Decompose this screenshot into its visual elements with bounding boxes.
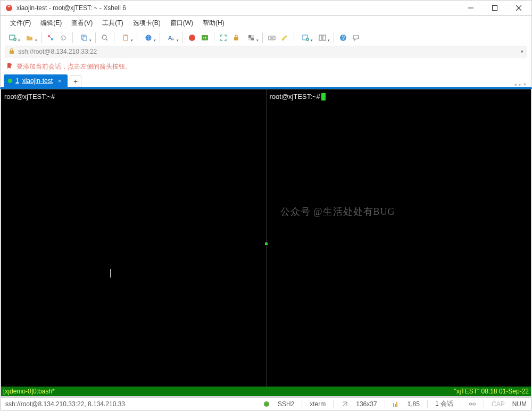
highlighter-button[interactable] xyxy=(279,32,290,44)
tmux-status-bar: [xjdemo-0]0:bash* "xjTEST" 08:18 01-Sep-… xyxy=(1,387,531,396)
status-separator xyxy=(427,400,428,408)
svg-rect-2 xyxy=(492,6,497,11)
svg-rect-44 xyxy=(10,51,14,54)
status-size: 136x37 xyxy=(356,400,377,408)
svg-rect-24 xyxy=(202,35,208,40)
svg-point-14 xyxy=(102,35,106,39)
tab-scroll-right-icon[interactable]: ▸ xyxy=(519,81,521,87)
tab-scroll-controls: ◂ ▸ ▾ xyxy=(514,81,528,87)
terminal-prompt-left: root@xjTEST:~# xyxy=(4,93,55,100)
status-sessions: 1 会话 xyxy=(435,399,453,408)
tile-button[interactable]: ▾ xyxy=(314,32,330,44)
tip-bar: 要添加当前会话，点击左侧的箭头按钮。 xyxy=(0,60,532,73)
new-session-button[interactable]: ▾ xyxy=(5,32,21,44)
menubar: 文件(F) 编辑(E) 查看(V) 工具(T) 选项卡(B) 窗口(W) 帮助(… xyxy=(0,16,532,30)
toolbar-separator xyxy=(294,32,294,43)
svg-rect-41 xyxy=(323,35,326,40)
svg-line-15 xyxy=(106,39,107,40)
app-icon xyxy=(5,4,13,12)
status-separator xyxy=(461,400,461,408)
find-button[interactable] xyxy=(99,32,111,44)
tmux-status-left: [xjdemo-0]0:bash* xyxy=(3,388,55,395)
lock-icon xyxy=(9,48,15,56)
svg-point-32 xyxy=(271,37,271,38)
toolbar-separator xyxy=(214,32,214,43)
connection-indicator-icon xyxy=(8,79,12,83)
maximize-button[interactable] xyxy=(483,1,506,15)
xshell-icon-button[interactable] xyxy=(186,32,198,44)
toolbar: ▾ ▾ ▾ ▾ ▾ AA▾ ▾ ▾ ▾ ? xyxy=(0,30,532,46)
tab-scroll-left-icon[interactable]: ◂ xyxy=(514,81,517,87)
globe-button[interactable]: ▾ xyxy=(140,32,156,44)
svg-line-11 xyxy=(49,37,52,39)
menu-file[interactable]: 文件(F) xyxy=(6,17,35,29)
svg-point-23 xyxy=(189,35,195,41)
toolbar-separator xyxy=(334,32,334,43)
address-bar: ssh://root@8.134.210.33:22 ▾ xyxy=(0,46,532,60)
toolbar-separator xyxy=(41,32,41,43)
status-separator xyxy=(302,400,302,408)
tab-menu-icon[interactable]: ▾ xyxy=(523,81,526,87)
chat-button[interactable] xyxy=(350,32,362,44)
link-icon xyxy=(469,400,476,408)
status-separator xyxy=(333,400,334,408)
menu-window[interactable]: 窗口(W) xyxy=(166,17,197,29)
bookmark-icon[interactable] xyxy=(6,62,13,71)
menu-help[interactable]: 帮助(H) xyxy=(198,17,229,29)
lock-button[interactable] xyxy=(230,32,242,44)
menu-tools[interactable]: 工具(T) xyxy=(98,17,127,29)
open-session-button[interactable]: ▾ xyxy=(22,32,38,44)
toolbar-separator xyxy=(160,32,160,43)
keyboard-button[interactable] xyxy=(266,32,278,44)
svg-text:?: ? xyxy=(342,35,345,41)
menu-tabs[interactable]: 选项卡(B) xyxy=(129,17,165,29)
cursor-block-icon xyxy=(321,93,326,100)
font-button[interactable]: AA▾ xyxy=(163,32,179,44)
position-icon xyxy=(393,400,400,408)
svg-rect-29 xyxy=(269,36,275,40)
help-button[interactable]: ? xyxy=(337,32,349,44)
svg-point-34 xyxy=(273,37,273,38)
tmux-status-right: "xjTEST" 08:18 01-Sep-22 xyxy=(454,388,529,395)
copy-button[interactable]: ▾ xyxy=(76,32,92,44)
svg-rect-17 xyxy=(124,35,127,36)
menu-edit[interactable]: 编辑(E) xyxy=(36,17,66,29)
size-icon xyxy=(341,400,348,408)
pane-divider-indicator[interactable] xyxy=(265,242,268,245)
tab-close-button[interactable]: × xyxy=(56,77,63,85)
svg-rect-13 xyxy=(83,36,87,40)
xftp-button[interactable] xyxy=(199,32,211,44)
svg-rect-16 xyxy=(123,35,128,40)
session-tab[interactable]: 1 xiaojin-test × xyxy=(4,74,68,87)
address-input[interactable]: ssh://root@8.134.210.33:22 ▾ xyxy=(5,46,527,57)
paste-button[interactable]: ▾ xyxy=(118,32,134,44)
watermark-text: 公众号 @生活处处有BUG xyxy=(280,205,395,218)
new-window-button[interactable]: ▾ xyxy=(297,32,313,44)
menu-view[interactable]: 查看(V) xyxy=(67,17,97,29)
toolbar-separator xyxy=(72,32,73,43)
fullscreen-button[interactable] xyxy=(218,32,229,44)
tab-label: xiaojin-test xyxy=(22,77,53,85)
address-dropdown-icon[interactable]: ▾ xyxy=(521,49,523,54)
toolbar-separator xyxy=(137,32,137,43)
add-tab-button[interactable]: + xyxy=(70,76,81,87)
terminal-pane-left[interactable]: root@xjTEST:~# xyxy=(1,89,267,396)
disconnect-button[interactable] xyxy=(45,32,56,44)
status-connection: ssh://root@8.134.210.33:22, 8.134.210.33 xyxy=(5,400,125,408)
reconnect-button[interactable] xyxy=(57,32,69,44)
svg-rect-28 xyxy=(251,38,254,40)
transparency-button[interactable]: ▾ xyxy=(243,32,259,44)
toolbar-separator xyxy=(95,32,96,43)
close-button[interactable] xyxy=(506,1,530,15)
tab-strip: 1 xiaojin-test × + ◂ ▸ ▾ xyxy=(0,73,532,89)
status-position: 1,85 xyxy=(408,400,420,408)
status-separator xyxy=(484,400,484,408)
toolbar-separator xyxy=(114,32,114,43)
svg-text:A: A xyxy=(171,37,174,41)
status-termtype: xterm xyxy=(310,400,326,408)
terminal-area: root@xjTEST:~# root@xjTEST:~# 公众号 @生活处处有… xyxy=(1,89,531,397)
svg-rect-25 xyxy=(234,37,238,40)
status-bar: ssh://root@8.134.210.33:22, 8.134.210.33… xyxy=(1,397,531,410)
terminal-pane-right[interactable]: root@xjTEST:~# 公众号 @生活处处有BUG xyxy=(267,89,531,396)
minimize-button[interactable] xyxy=(459,1,483,15)
